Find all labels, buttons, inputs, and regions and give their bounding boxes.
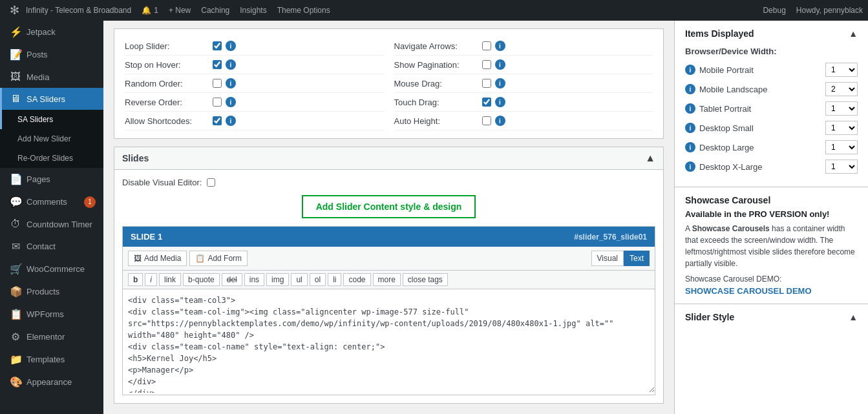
navigate-arrows-checkbox[interactable] <box>482 41 491 50</box>
reverse-order-checkbox[interactable] <box>213 98 222 107</box>
sidebar-item-label: WPForms <box>26 309 64 319</box>
format-italic-button[interactable]: i <box>145 273 157 286</box>
slides-body: Disable Visual Editor: Add Slider Conten… <box>114 170 663 403</box>
auto-height-checkbox[interactable] <box>482 116 491 125</box>
mouse-drag-info-icon[interactable]: i <box>495 78 505 88</box>
desktop-large-info-icon[interactable]: i <box>685 142 695 152</box>
format-ul-button[interactable]: ul <box>291 273 307 286</box>
mobile-landscape-select[interactable]: 1234 <box>825 82 858 96</box>
sidebar-item-comments[interactable]: 💬 Comments 1 <box>0 191 103 213</box>
insights-menu[interactable]: Insights <box>240 6 266 15</box>
loop-slider-label: Loop Slider: <box>125 41 209 51</box>
navigate-arrows-info-icon[interactable]: i <box>495 41 505 51</box>
theme-options-menu[interactable]: Theme Options <box>277 6 330 15</box>
format-close-tags-button[interactable]: close tags <box>403 273 448 286</box>
comments-icon: 💬 <box>10 196 21 208</box>
notifications-icon[interactable]: 🔔 1 <box>142 6 158 15</box>
sidebar-item-pages[interactable]: 📄 Pages <box>0 168 103 191</box>
format-del-button[interactable]: del <box>222 273 242 286</box>
allow-shortcodes-info-icon[interactable]: i <box>226 116 236 126</box>
sidebar-item-media[interactable]: 🖼 Media <box>0 66 103 88</box>
sidebar-item-appearance[interactable]: 🎨 Appearance <box>0 371 103 393</box>
format-more-button[interactable]: more <box>373 273 401 286</box>
add-slider-content-button[interactable]: Add Slider Content style & design <box>302 195 476 218</box>
stop-on-hover-info-icon[interactable]: i <box>226 59 236 70</box>
mobile-landscape-info-icon[interactable]: i <box>685 84 695 94</box>
stop-on-hover-checkbox[interactable] <box>213 60 222 69</box>
mobile-portrait-info-icon[interactable]: i <box>685 65 695 75</box>
format-code-button[interactable]: code <box>343 273 370 286</box>
items-displayed-title: Items Displayed <box>685 28 754 39</box>
sidebar-item-contact[interactable]: ✉ Contact <box>0 235 103 258</box>
sidebar-item-sa-sliders[interactable]: 🖥 SA Sliders <box>0 88 103 110</box>
allow-shortcodes-checkbox[interactable] <box>213 116 222 125</box>
stop-on-hover-label: Stop on Hover: <box>125 60 209 70</box>
loop-slider-info-icon[interactable]: i <box>226 41 236 51</box>
sidebar-item-wpforms[interactable]: 📋 WPForms <box>0 303 103 326</box>
sidebar-item-label: Posts <box>26 50 48 59</box>
mouse-drag-checkbox[interactable] <box>482 79 491 88</box>
sidebar-item-posts[interactable]: 📝 Posts <box>0 43 103 66</box>
touch-drag-checkbox[interactable] <box>482 98 491 107</box>
desktop-xlarge-select[interactable]: 1234 <box>825 160 858 174</box>
sidebar-submenu-reorder[interactable]: Re-Order Slides <box>0 149 103 168</box>
add-media-button[interactable]: 🖼 Add Media <box>128 251 187 266</box>
debug-label: Debug <box>763 6 785 15</box>
disable-visual-editor-row: Disable Visual Editor: <box>122 178 655 187</box>
sidebar-item-countdown-timer[interactable]: ⏱ Countdown Timer <box>0 213 103 235</box>
items-displayed-header: Items Displayed ▲ <box>685 28 858 39</box>
format-bquote-button[interactable]: b-quote <box>183 273 220 286</box>
slide-1-title: SLIDE 1 <box>131 232 162 242</box>
sidebar-item-jetpack[interactable]: ⚡ Jetpack <box>0 21 103 43</box>
disable-visual-editor-checkbox[interactable] <box>207 178 215 187</box>
user-label[interactable]: Howdy, pennyblack <box>796 6 863 15</box>
items-displayed-collapse-arrow[interactable]: ▲ <box>849 28 858 39</box>
format-link-button[interactable]: link <box>159 273 181 286</box>
format-bold-button[interactable]: b <box>128 273 143 286</box>
caching-menu[interactable]: Caching <box>201 6 229 15</box>
sidebar-item-elementor[interactable]: ⚙ Elementor <box>0 326 103 348</box>
random-order-checkbox[interactable] <box>213 79 222 88</box>
device-row-tablet-portrait: i Tablet Portrait 1234 <box>685 101 858 116</box>
tablet-portrait-info-icon[interactable]: i <box>685 103 695 114</box>
sidebar-submenu-sa-sliders[interactable]: SA Sliders <box>0 110 103 129</box>
format-ins-button[interactable]: ins <box>244 273 264 286</box>
show-pagination-info-icon[interactable]: i <box>495 59 505 70</box>
new-button[interactable]: + New <box>169 6 191 15</box>
showcase-pro-text: Available in the PRO VERSION only! <box>685 209 858 219</box>
sidebar-item-templates[interactable]: 📁 Templates <box>0 348 103 371</box>
format-img-button[interactable]: img <box>266 273 289 286</box>
sidebar-item-label: Elementor <box>26 332 65 342</box>
text-view-button[interactable]: Text <box>624 251 650 266</box>
mobile-portrait-select[interactable]: 1234 <box>825 63 858 77</box>
add-form-button[interactable]: 📋 Add Form <box>189 251 248 266</box>
reverse-order-info-icon[interactable]: i <box>226 97 236 107</box>
slides-collapse-button[interactable]: ▲ <box>645 152 655 164</box>
desktop-small-info-icon[interactable]: i <box>685 123 695 133</box>
loop-slider-checkbox[interactable] <box>213 41 222 50</box>
sidebar-item-products[interactable]: 📦 Products <box>0 280 103 303</box>
format-ol-button[interactable]: ol <box>310 273 326 286</box>
show-pagination-checkbox[interactable] <box>482 60 491 69</box>
site-name[interactable]: Infinity - Telecom & Broadband <box>26 6 131 15</box>
sidebar-item-woocommerce[interactable]: 🛒 WooCommerce <box>0 258 103 280</box>
tablet-portrait-select[interactable]: 1234 <box>825 101 858 116</box>
mobile-landscape-label: Mobile Landscape <box>699 85 821 94</box>
settings-grid: Loop Slider: i Stop on Hover: i Random O… <box>114 28 664 139</box>
desktop-small-select[interactable]: 1234 <box>825 121 858 135</box>
visual-view-button[interactable]: Visual <box>591 251 624 266</box>
showcase-carousel-demo-link[interactable]: SHOWCASE CAROUSEL DEMO <box>685 286 812 296</box>
slides-section-header: Slides ▲ <box>114 147 663 170</box>
sidebar-submenu-add-new[interactable]: Add New Slider <box>0 129 103 149</box>
desktop-xlarge-info-icon[interactable]: i <box>685 161 695 172</box>
touch-drag-info-icon[interactable]: i <box>495 97 505 107</box>
slider-style-collapse-arrow[interactable]: ▲ <box>849 312 858 322</box>
random-order-info-icon[interactable]: i <box>226 78 236 88</box>
desktop-large-select[interactable]: 1234 <box>825 140 858 154</box>
slide-content-textarea[interactable] <box>123 289 655 393</box>
auto-height-info-icon[interactable]: i <box>495 116 505 126</box>
right-panel: Items Displayed ▲ Browser/Device Width: … <box>674 21 868 414</box>
format-li-button[interactable]: li <box>328 273 341 286</box>
submenu-label: Add New Slider <box>17 134 71 143</box>
sliders-icon: 🖥 <box>10 93 21 105</box>
